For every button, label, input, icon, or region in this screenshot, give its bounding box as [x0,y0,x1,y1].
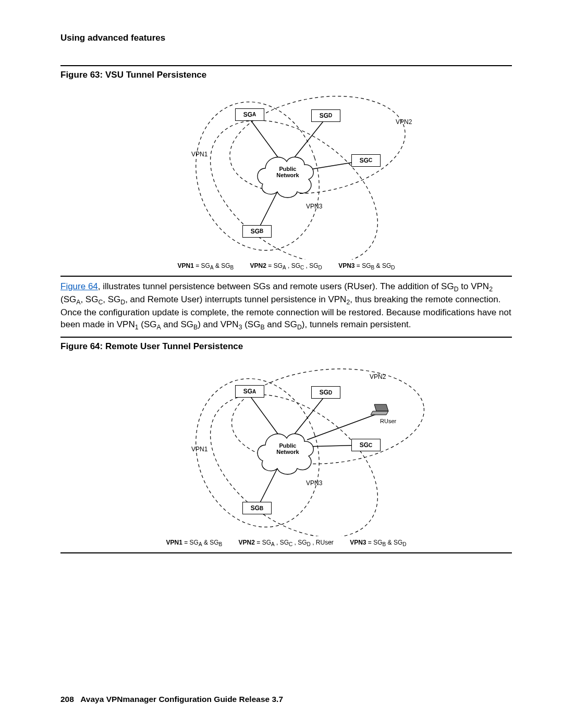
label-vpn3: VPN3 [306,202,322,211]
node-sgc: SGC [351,154,381,167]
label-vpn2-2: VPN2 [370,373,386,381]
svg-marker-16 [371,411,388,415]
figure63-diagram: SGA SGD SGC SGB VPN1 VPN2 VPN3 Public Ne… [140,82,432,260]
figure64-legend: VPN1 = SGA & SGB VPN2 = SGA , SGC , SGD … [60,538,512,548]
rule-bottom-fig63 [60,276,512,277]
page-footer: 208 Avaya VPNmanager Configuration Guide… [60,694,283,705]
figure64-link[interactable]: Figure 64 [60,281,98,291]
figure63-title: Figure 63: VSU Tunnel Persistence [60,69,512,81]
node-sgb: SGB [242,225,272,238]
label-public-2: Public [279,442,296,449]
rule-bottom-fig64 [60,552,512,553]
node-sga-2: SGA [235,385,264,398]
doc-title: Avaya VPNmanager Configuration Guide Rel… [80,695,283,704]
page: Using advanced features Figure 63: VSU T… [0,0,563,728]
svg-marker-15 [374,404,388,411]
node-sgd: SGD [311,109,340,122]
rule-top-fig64 [60,337,512,338]
label-network: Network [276,172,299,178]
label-vpn2: VPN2 [396,118,412,126]
body-paragraph: Figure 64, illustrates tunnel persistenc… [60,281,512,332]
node-sgd-2: SGD [311,386,340,399]
figure63-legend: VPN1 = SGA & SGB VPN2 = SGA , SGC , SGD … [60,262,512,272]
node-sgb-2: SGB [242,502,272,514]
section-heading: Using advanced features [60,32,512,44]
page-number: 208 [60,695,74,704]
label-vpn1-2: VPN1 [191,445,207,453]
svg-line-14 [307,414,377,440]
svg-line-3 [250,119,278,158]
svg-line-11 [294,396,325,435]
figure64-title: Figure 64: Remote User Tunnel Persistenc… [60,341,512,353]
figure64-diagram: SGA SGD SGC SGB RUser VPN1 VPN2 VPN3 Pub… [140,354,432,536]
label-public: Public [279,166,296,172]
label-vpn1: VPN1 [191,150,207,158]
rule-top-fig63 [60,65,512,66]
label-vpn3-2: VPN3 [306,479,322,487]
svg-line-4 [294,119,325,158]
node-sga: SGA [235,108,264,121]
svg-point-1 [222,83,413,206]
label-network-2: Network [276,449,299,455]
svg-line-10 [250,396,278,435]
ruser-laptop-icon [371,403,389,416]
node-sgc-2: SGC [351,439,381,451]
label-ruser: RUser [380,417,396,425]
